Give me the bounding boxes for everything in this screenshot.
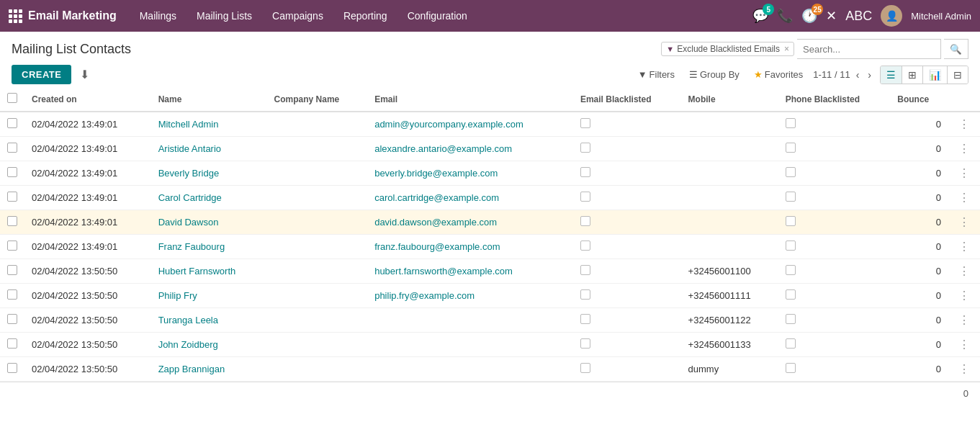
row-action-menu-btn[interactable]: ⋮ xyxy=(956,142,973,156)
row-actions: ⋮ xyxy=(948,137,980,161)
header-actions xyxy=(948,87,980,112)
phone-blacklisted-checkbox xyxy=(786,143,796,153)
user-label-btn[interactable]: ABC xyxy=(845,9,872,24)
row-actions: ⋮ xyxy=(948,186,980,210)
row-checkbox[interactable] xyxy=(7,241,17,251)
create-button[interactable]: CREATE xyxy=(12,65,71,84)
row-checkbox[interactable] xyxy=(7,192,17,202)
nav-campaigns[interactable]: Campaigns xyxy=(264,0,332,32)
export-button[interactable]: ⬇ xyxy=(77,65,92,84)
row-checkbox[interactable] xyxy=(7,338,17,349)
email-link[interactable]: hubert.farnsworth@example.com xyxy=(374,266,513,277)
row-action-menu-btn[interactable]: ⋮ xyxy=(956,264,973,278)
pivot-view-button[interactable]: ⊟ xyxy=(948,66,968,84)
row-checkbox[interactable] xyxy=(7,143,17,153)
row-name[interactable]: Carol Cartridge xyxy=(151,186,267,210)
row-checkbox[interactable] xyxy=(7,118,17,128)
row-email: philip.fry@example.com xyxy=(367,284,573,308)
row-name[interactable]: Mitchell Admin xyxy=(151,112,267,137)
group-by-button[interactable]: ☰ Group By xyxy=(685,66,744,83)
select-all-checkbox[interactable] xyxy=(7,93,17,103)
row-name[interactable]: Zapp Brannigan xyxy=(151,357,267,382)
nav-reporting[interactable]: Reporting xyxy=(335,0,396,32)
toolbar: CREATE ⬇ ▼ Filters ☰ Group By ★ Favorite… xyxy=(0,62,980,87)
row-name[interactable]: Turanga Leela xyxy=(151,308,267,333)
clock-icon-btn[interactable]: 🕐 25 xyxy=(801,8,817,24)
row-action-menu-btn[interactable]: ⋮ xyxy=(956,117,973,131)
table-row: 02/04/2022 13:50:50 Hubert Farnsworth hu… xyxy=(0,259,980,284)
favorites-button[interactable]: ★ Favorites xyxy=(750,66,807,83)
header-email[interactable]: Email xyxy=(367,87,573,112)
email-link[interactable]: alexandre.antario@example.com xyxy=(374,143,512,154)
row-name[interactable]: Aristide Antario xyxy=(151,137,267,161)
filter-tag-close-btn[interactable]: × xyxy=(784,44,789,54)
header-email-blacklisted[interactable]: Email Blacklisted xyxy=(573,87,681,112)
row-name[interactable]: John Zoidberg xyxy=(151,333,267,357)
header-mobile[interactable]: Mobile xyxy=(681,87,778,112)
email-link[interactable]: philip.fry@example.com xyxy=(374,290,475,301)
next-page-button[interactable]: › xyxy=(865,68,874,82)
filter-tag-exclude-blacklisted[interactable]: ▼ Exclude Blacklisted Emails × xyxy=(661,42,794,56)
nav-configuration[interactable]: Configuration xyxy=(399,0,476,32)
list-view-button[interactable]: ☰ xyxy=(881,66,902,84)
toolbar-right: ▼ Filters ☰ Group By ★ Favorites 1-11 / … xyxy=(634,66,968,84)
chat-icon-btn[interactable]: 💬 5 xyxy=(752,8,768,24)
user-name[interactable]: Mitchell Admin xyxy=(911,11,971,22)
row-action-menu-btn[interactable]: ⋮ xyxy=(956,338,973,351)
filter-funnel-icon: ▼ xyxy=(666,45,674,53)
email-blacklisted-checkbox xyxy=(580,192,590,202)
close-icon-btn[interactable]: ✕ xyxy=(826,8,837,24)
email-link[interactable]: carol.cartridge@example.com xyxy=(374,192,499,203)
row-name[interactable]: Beverly Bridge xyxy=(151,161,267,186)
row-checkbox[interactable] xyxy=(7,289,17,300)
row-name[interactable]: Franz Faubourg xyxy=(151,235,267,259)
email-link[interactable]: admin@yourcompany.example.com xyxy=(374,119,523,130)
row-checkbox-cell xyxy=(0,112,24,137)
search-input[interactable] xyxy=(797,39,941,59)
prev-page-button[interactable]: ‹ xyxy=(853,68,863,82)
header-name[interactable]: Name xyxy=(151,87,267,112)
phone-icon-btn[interactable]: 📞 xyxy=(777,8,793,24)
row-action-menu-btn[interactable]: ⋮ xyxy=(956,191,973,204)
header-created-on[interactable]: Created on xyxy=(24,87,151,112)
app-logo[interactable]: Email Marketing xyxy=(9,9,117,23)
row-mobile: dummy xyxy=(681,357,778,382)
row-action-menu-btn[interactable]: ⋮ xyxy=(956,289,973,302)
row-email-blacklisted xyxy=(573,186,681,210)
row-checkbox[interactable] xyxy=(7,363,17,373)
row-action-menu-btn[interactable]: ⋮ xyxy=(956,166,973,180)
row-name[interactable]: David Dawson xyxy=(151,210,267,235)
row-created-on: 02/04/2022 13:49:01 xyxy=(24,161,151,186)
table-row: 02/04/2022 13:49:01 Mitchell Admin admin… xyxy=(0,112,980,137)
phone-icon: 📞 xyxy=(777,8,793,24)
row-action-menu-btn[interactable]: ⋮ xyxy=(956,240,973,253)
row-name[interactable]: Philip Fry xyxy=(151,284,267,308)
header-phone-blacklisted[interactable]: Phone Blacklisted xyxy=(778,87,891,112)
row-checkbox[interactable] xyxy=(7,314,17,324)
header-company-name[interactable]: Company Name xyxy=(267,87,368,112)
graph-view-button[interactable]: 📊 xyxy=(923,66,948,84)
search-button[interactable]: 🔍 xyxy=(944,39,968,59)
user-avatar[interactable]: 👤 xyxy=(881,5,902,27)
phone-blacklisted-checkbox xyxy=(786,216,796,226)
nav-mailings[interactable]: Mailings xyxy=(131,0,185,32)
header-bounce[interactable]: Bounce xyxy=(890,87,948,112)
row-bounce: 0 xyxy=(890,259,948,284)
row-name[interactable]: Hubert Farnsworth xyxy=(151,259,267,284)
email-link[interactable]: beverly.bridge@example.com xyxy=(374,168,498,179)
email-link[interactable]: david.dawson@example.com xyxy=(374,217,497,228)
toolbar-left: CREATE ⬇ xyxy=(12,65,92,84)
filters-button[interactable]: ▼ Filters xyxy=(634,66,679,83)
header-select-all[interactable] xyxy=(0,87,24,112)
row-action-menu-btn[interactable]: ⋮ xyxy=(956,313,973,327)
row-checkbox[interactable] xyxy=(7,216,17,226)
row-action-menu-btn[interactable]: ⋮ xyxy=(956,215,973,229)
kanban-view-button[interactable]: ⊞ xyxy=(902,66,923,84)
row-checkbox[interactable] xyxy=(7,167,17,177)
row-action-menu-btn[interactable]: ⋮ xyxy=(956,362,973,376)
row-checkbox[interactable] xyxy=(7,265,17,275)
email-link[interactable]: franz.faubourg@example.com xyxy=(374,241,500,252)
row-company-name xyxy=(267,259,368,284)
nav-mailing-lists[interactable]: Mailing Lists xyxy=(188,0,261,32)
row-company-name xyxy=(267,357,368,382)
